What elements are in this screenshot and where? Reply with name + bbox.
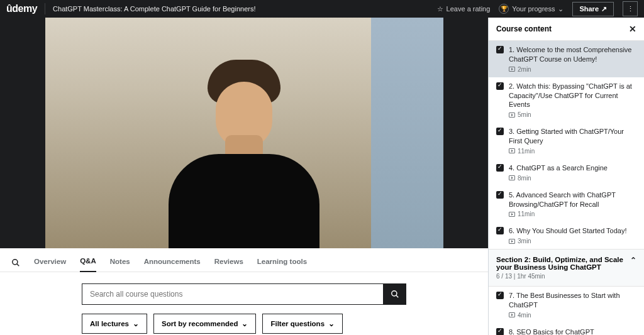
- section-2-meta: 6 / 13 | 1hr 45min: [496, 273, 630, 280]
- lesson-title: 6. Why You Should Get Started Today!: [509, 226, 638, 236]
- logo-text: ûdemy: [6, 3, 37, 14]
- checkbox-checked-icon[interactable]: [496, 191, 504, 199]
- star-icon: ☆: [437, 5, 443, 13]
- more-menu-button[interactable]: ⋮: [623, 1, 638, 16]
- your-progress-label: Your progress: [512, 5, 555, 13]
- tab-learning-tools[interactable]: Learning tools: [257, 254, 307, 272]
- video-icon: [509, 67, 515, 72]
- checkbox-checked-icon[interactable]: [496, 128, 504, 135]
- lesson-item[interactable]: 3. Getting Started with ChatGPT/Your Fir…: [489, 123, 644, 159]
- video-icon: [509, 113, 515, 118]
- checkbox-checked-icon[interactable]: [496, 82, 504, 90]
- lesson-meta: 8min: [509, 175, 638, 182]
- qa-search-button[interactable]: [384, 283, 406, 305]
- lesson-title: 7. The Best Businesses to Start with Cha…: [509, 291, 638, 310]
- lesson-meta: 3min: [509, 238, 638, 244]
- search-icon: [391, 290, 399, 299]
- lesson-title: 1. Welcome to the most Comprehensive Cha…: [509, 45, 638, 64]
- video-icon: [509, 175, 515, 180]
- kebab-icon: ⋮: [627, 5, 634, 13]
- search-tab-icon[interactable]: [11, 258, 20, 267]
- tab-reviews[interactable]: Reviews: [214, 254, 243, 272]
- course-title[interactable]: ChatGPT Masterclass: A Complete ChatGPT …: [53, 5, 255, 13]
- lesson-item[interactable]: 8. SEO Basics for ChatGPT 7min: [489, 323, 644, 335]
- lesson-item[interactable]: 7. The Best Businesses to Start with Cha…: [489, 287, 644, 323]
- video-icon: [509, 312, 515, 317]
- lesson-title: 8. SEO Basics for ChatGPT: [509, 327, 638, 335]
- svg-point-0: [13, 259, 18, 264]
- checkbox-checked-icon[interactable]: [496, 46, 504, 53]
- video-icon: [509, 148, 515, 153]
- filter-sort-label: Sort by recommended: [162, 320, 238, 327]
- lesson-item[interactable]: 2. Watch this: Bypassing "ChatGPT is at …: [489, 77, 644, 123]
- qa-filters: All lectures⌄ Sort by recommended⌄ Filte…: [82, 314, 406, 334]
- chevron-down-icon: ⌄: [558, 5, 564, 13]
- top-right-group: ☆ Leave a rating 🏆 Your progress ⌄ Share…: [437, 1, 638, 16]
- lesson-item[interactable]: 1. Welcome to the most Comprehensive Cha…: [489, 41, 644, 77]
- lesson-title: 4. ChatGPT as a Search Engine: [509, 163, 638, 173]
- svg-line-1: [17, 263, 19, 266]
- lesson-meta: 2min: [509, 66, 638, 73]
- tab-announcements[interactable]: Announcements: [144, 254, 201, 272]
- video-player-area[interactable]: [0, 18, 488, 248]
- your-progress-button[interactable]: 🏆 Your progress ⌄: [499, 4, 564, 14]
- udemy-logo[interactable]: ûdemy: [6, 3, 37, 14]
- filter-lectures-button[interactable]: All lectures⌄: [82, 314, 147, 334]
- share-button[interactable]: Share ↗: [572, 2, 614, 16]
- chevron-down-icon: ⌄: [133, 319, 139, 328]
- qa-search-row: [82, 283, 406, 305]
- filter-sort-button[interactable]: Sort by recommended⌄: [153, 314, 256, 334]
- checkbox-checked-icon[interactable]: [496, 328, 504, 335]
- chevron-down-icon: ⌄: [242, 319, 248, 328]
- divider: [45, 3, 45, 14]
- tab-notes[interactable]: Notes: [110, 254, 130, 272]
- lesson-item[interactable]: 5. Advanced Search with ChatGPT Browsing…: [489, 186, 644, 222]
- tab-overview[interactable]: Overview: [34, 254, 66, 272]
- svg-line-3: [396, 295, 399, 298]
- instructor-silhouette: [156, 72, 332, 248]
- filter-questions-button[interactable]: Filter questions⌄: [262, 314, 343, 334]
- main-left-column: Overview Q&A Notes Announcements Reviews…: [0, 18, 488, 335]
- qa-panel: All lectures⌄ Sort by recommended⌄ Filte…: [0, 272, 488, 335]
- video-icon: [509, 239, 515, 244]
- tab-qa[interactable]: Q&A: [80, 253, 96, 272]
- svg-point-2: [392, 291, 397, 296]
- video-icon: [509, 212, 515, 217]
- checkbox-checked-icon[interactable]: [496, 292, 504, 299]
- course-content-sidebar: Course content ✕ 1. Welcome to the most …: [488, 18, 644, 335]
- top-bar: ûdemy ChatGPT Masterclass: A Complete Ch…: [0, 0, 644, 18]
- lesson-meta: 11min: [509, 211, 638, 217]
- leave-rating-button[interactable]: ☆ Leave a rating: [437, 5, 491, 13]
- checkbox-checked-icon[interactable]: [496, 227, 504, 234]
- video-bg-window: [371, 18, 443, 248]
- content-tabs: Overview Q&A Notes Announcements Reviews…: [0, 248, 488, 272]
- share-label: Share: [579, 5, 599, 13]
- lesson-item[interactable]: 6. Why You Should Get Started Today! 3mi…: [489, 222, 644, 249]
- section-2-title: Section 2: Build, Optimize, and Scale yo…: [496, 256, 630, 271]
- trophy-icon: 🏆: [499, 4, 509, 14]
- lesson-title: 2. Watch this: Bypassing "ChatGPT is at …: [509, 82, 638, 110]
- qa-search-input[interactable]: [82, 283, 384, 305]
- sidebar-title: Course content: [496, 25, 552, 33]
- filter-questions-label: Filter questions: [270, 320, 325, 327]
- lesson-title: 3. Getting Started with ChatGPT/Your Fir…: [509, 127, 638, 146]
- lesson-meta: 11min: [509, 148, 638, 155]
- filter-lectures-label: All lectures: [90, 320, 129, 327]
- video-frame: [45, 18, 443, 248]
- checkbox-checked-icon[interactable]: [496, 164, 504, 172]
- sidebar-header: Course content ✕: [489, 18, 644, 41]
- lesson-meta: 5min: [509, 111, 638, 118]
- share-arrow-icon: ↗: [601, 5, 607, 13]
- lesson-item[interactable]: 4. ChatGPT as a Search Engine 8min: [489, 159, 644, 186]
- chevron-down-icon: ⌄: [328, 319, 335, 328]
- leave-rating-label: Leave a rating: [447, 5, 491, 13]
- lesson-title: 5. Advanced Search with ChatGPT Browsing…: [509, 190, 638, 209]
- chevron-up-icon: ⌃: [630, 256, 636, 280]
- section-2-header[interactable]: Section 2: Build, Optimize, and Scale yo…: [489, 249, 644, 287]
- close-sidebar-button[interactable]: ✕: [629, 24, 636, 34]
- lesson-meta: 4min: [509, 312, 638, 319]
